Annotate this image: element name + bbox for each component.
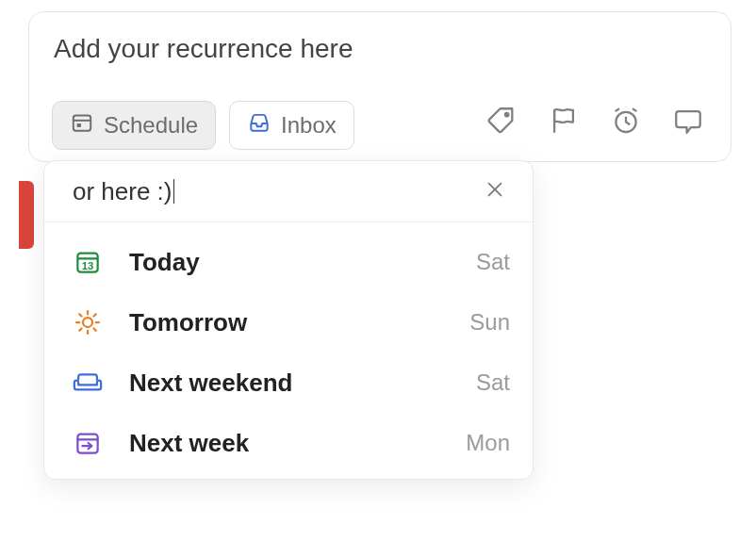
- option-day: Sat: [476, 249, 510, 275]
- inbox-button[interactable]: Inbox: [229, 101, 354, 150]
- option-today[interactable]: 13 Today Sat: [44, 232, 533, 292]
- svg-rect-2: [77, 123, 81, 127]
- schedule-button[interactable]: Schedule: [52, 101, 216, 150]
- scheduler-options-list: 13 Today Sat Tomorrow: [44, 222, 533, 479]
- svg-line-17: [79, 329, 81, 331]
- comment-icon[interactable]: [672, 105, 704, 137]
- inbox-icon: [247, 110, 271, 140]
- couch-icon: [71, 366, 105, 400]
- svg-rect-0: [74, 115, 90, 130]
- tag-icon[interactable]: [485, 105, 518, 137]
- option-label: Today: [129, 248, 476, 277]
- alarm-icon[interactable]: [610, 105, 642, 137]
- schedule-button-label: Schedule: [104, 112, 198, 139]
- flag-icon[interactable]: [548, 105, 580, 137]
- svg-point-3: [505, 113, 508, 116]
- calendar-arrow-icon: [71, 426, 105, 460]
- inbox-button-label: Inbox: [281, 112, 337, 139]
- option-day: Sun: [469, 309, 510, 336]
- calendar-icon: [70, 110, 94, 140]
- sun-icon: [71, 305, 105, 339]
- option-next-week[interactable]: Next week Mon: [44, 413, 533, 473]
- option-next-weekend[interactable]: Next weekend Sat: [44, 352, 533, 413]
- red-accent-strip: [19, 181, 34, 249]
- task-composer-card: Schedule Inbox: [28, 11, 731, 162]
- svg-line-15: [79, 314, 81, 316]
- option-day: Mon: [466, 430, 510, 456]
- task-name-input[interactable]: [52, 33, 702, 65]
- svg-line-16: [94, 329, 96, 331]
- svg-text:13: 13: [82, 260, 94, 271]
- scheduler-search-row: or here :): [44, 161, 533, 222]
- option-label: Next week: [129, 429, 466, 458]
- scheduler-popover: or here :) 13 Today Sat: [43, 160, 534, 480]
- close-button[interactable]: [478, 174, 512, 208]
- svg-point-10: [83, 318, 92, 327]
- option-tomorrow[interactable]: Tomorrow Sun: [44, 292, 533, 352]
- option-day: Sat: [476, 369, 510, 396]
- close-icon: [485, 179, 505, 204]
- composer-toolbar: Schedule Inbox: [52, 101, 354, 150]
- svg-line-18: [94, 314, 96, 316]
- option-label: Next weekend: [129, 369, 476, 398]
- calendar-today-icon: 13: [71, 245, 105, 279]
- composer-action-icons: [485, 105, 704, 137]
- option-label: Tomorrow: [129, 308, 469, 337]
- scheduler-search-input[interactable]: or here :): [73, 177, 478, 206]
